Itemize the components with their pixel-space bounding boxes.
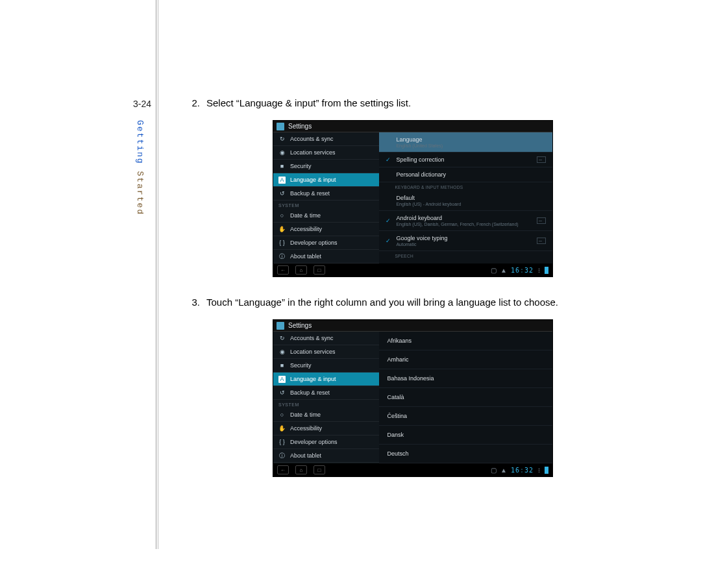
warning-icon: ▲ [500,467,507,474]
language-option[interactable]: Amharic [379,350,552,369]
row-sub: English (US), Danish, German, French, Fr… [396,222,537,227]
row-personal-dictionary[interactable]: Personal dictionary [379,167,552,182]
sync-icon: ↻ [278,136,286,143]
menu-backup-reset[interactable]: ↺ Backup & reset [273,386,379,400]
row-default-keyboard[interactable]: Default English (US) - Android keyboard [379,191,552,211]
settings-slider-icon[interactable] [537,217,546,224]
menu-backup-reset[interactable]: ↺ Backup & reset [273,187,379,201]
signal-icon: ⫶ [537,267,541,274]
row-android-keyboard[interactable]: ✓ Android keyboard English (US), Danish,… [379,211,552,231]
language-option[interactable]: Deutsch [379,445,552,463]
menu-developer-options[interactable]: { } Developer options [273,435,379,449]
settings-right-pane: Language English (United States) ✓ Spell… [379,132,552,263]
menu-label: Security [290,163,312,169]
row-title: Spelling correction [396,156,537,163]
language-option[interactable]: Čeština [379,407,552,426]
step-text: Touch “Language” in the right column and… [206,297,682,308]
language-a-icon: A [278,177,286,184]
section-speech: SPEECH [379,251,552,260]
menu-label: Accessibility [290,226,322,232]
clock-icon: ○ [278,411,286,419]
clock-icon: ○ [278,212,286,219]
home-button[interactable]: ⌂ [295,265,307,275]
info-icon: ⓘ [278,253,286,260]
menu-accessibility[interactable]: ✋ Accessibility [273,223,379,236]
status-clock: 16:32 [511,467,534,474]
row-title: Language [396,136,546,143]
menu-accessibility[interactable]: ✋ Accessibility [273,422,379,435]
row-sub: Automatic [396,242,537,247]
status-clock: 16:32 [511,267,534,274]
back-button[interactable]: ← [277,265,289,275]
menu-label: Date & time [290,411,321,418]
location-icon: ◉ [278,149,286,156]
lock-icon: ■ [278,163,286,170]
menu-about-tablet[interactable]: ⓘ About tablet [273,449,379,463]
battery-icon [545,467,548,474]
reset-icon: ↺ [278,190,286,197]
menu-label: Location services [290,149,336,156]
hand-icon: ✋ [278,425,286,432]
row-google-voice-typing[interactable]: ✓ Google voice typing Automatic [379,231,552,251]
app-titlebar: Settings [273,121,552,132]
row-sub: English (United States) [396,143,546,148]
settings-slider-icon[interactable] [537,238,546,244]
language-a-icon: A [278,376,286,383]
settings-slider-icon[interactable] [537,156,546,163]
home-button[interactable]: ⌂ [295,465,307,474]
step-item: 3. Touch “Language” in the right column … [188,297,682,308]
menu-accounts-sync[interactable]: ↻ Accounts & sync [273,332,379,345]
sync-icon: ↻ [278,335,286,342]
photo-icon: ▢ [491,267,497,274]
menu-label: Location services [290,349,336,355]
menu-label: Language & input [290,177,336,183]
language-option[interactable]: Català [379,388,552,407]
menu-label: About tablet [290,452,321,459]
app-titlebar: Settings [273,320,552,332]
recent-apps-button[interactable]: □ [314,265,325,275]
margin-rule [156,0,156,549]
menu-date-time[interactable]: ○ Date & time [273,408,379,422]
menu-about-tablet[interactable]: ⓘ About tablet [273,250,379,263]
row-sub: English (US) - Android keyboard [396,202,546,206]
menu-language-input[interactable]: A Language & input [273,373,379,386]
app-title: Settings [288,123,312,130]
section-system-label: SYSTEM [273,201,379,209]
braces-icon: { } [278,239,286,247]
settings-icon [277,322,284,330]
menu-security[interactable]: ■ Security [273,359,379,373]
row-title: Google voice typing [396,235,537,241]
menu-label: Backup & reset [290,190,330,197]
language-option[interactable]: Bahasa Indonesia [379,369,552,388]
row-spelling-correction[interactable]: ✓ Spelling correction [379,153,552,167]
lock-icon: ■ [278,362,286,369]
row-title: Personal dictionary [396,171,546,178]
menu-label: Accounts & sync [290,335,334,341]
menu-language-input[interactable]: A Language & input [273,173,379,187]
menu-location-services[interactable]: ◉ Location services [273,345,379,359]
check-icon: ✓ [386,217,395,224]
photo-icon: ▢ [491,467,497,474]
menu-label: Developer options [290,239,338,246]
back-button[interactable]: ← [277,465,289,474]
battery-icon [545,267,548,274]
signal-icon: ⫶ [537,467,541,474]
menu-location-services[interactable]: ◉ Location services [273,146,379,160]
language-option[interactable]: Afrikaans [379,332,552,350]
check-icon: ✓ [386,156,395,163]
menu-label: Developer options [290,439,338,445]
menu-developer-options[interactable]: { } Developer options [273,236,379,250]
recent-apps-button[interactable]: □ [314,465,325,474]
step-number: 2. [188,97,206,108]
screenshot-language-list: Settings ↻ Accounts & sync ◉ Location se… [273,319,553,477]
menu-label: Security [290,362,312,369]
menu-security[interactable]: ■ Security [273,160,379,173]
row-language[interactable]: Language English (United States) [379,132,552,153]
menu-accounts-sync[interactable]: ↻ Accounts & sync [273,132,379,146]
step-number: 3. [188,297,206,308]
info-icon: ⓘ [278,452,286,459]
system-statusbar: ← ⌂ □ ▢ ▲ 16:32 ⫶ [273,263,552,276]
page-content: 2. Select “Language & input” from the se… [188,97,682,496]
language-option[interactable]: Dansk [379,426,552,445]
menu-date-time[interactable]: ○ Date & time [273,209,379,223]
